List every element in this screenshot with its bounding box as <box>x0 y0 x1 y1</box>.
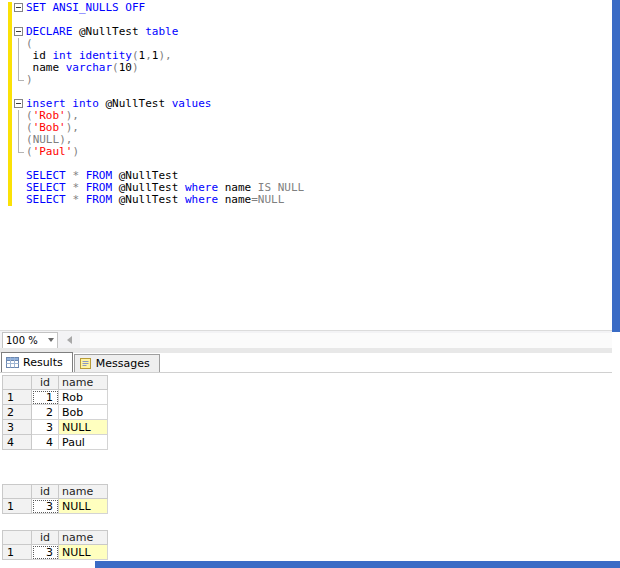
tab-messages[interactable]: Messages <box>74 354 160 372</box>
grid-cell[interactable]: 4 <box>32 435 59 450</box>
results-grid-icon <box>6 356 19 369</box>
row-header[interactable]: 1 <box>3 390 32 405</box>
code-text: ) <box>26 74 33 86</box>
fold-margin <box>13 158 26 170</box>
code-line[interactable]: ('Paul') <box>13 146 304 158</box>
code-token: , <box>145 49 152 62</box>
grid-row: 13NULL <box>3 499 108 514</box>
zoom-selector[interactable]: 100 % <box>2 332 58 349</box>
grid-header-row: idname <box>3 485 108 499</box>
row-header[interactable]: 3 <box>3 420 32 435</box>
tab-results-label: Results <box>23 356 63 369</box>
column-header-name[interactable]: name <box>59 376 108 390</box>
row-header[interactable]: 1 <box>3 545 32 560</box>
code-line[interactable]: ) <box>13 74 304 86</box>
fold-guide <box>13 110 26 122</box>
code-token: ) <box>26 73 33 86</box>
fold-margin <box>13 194 26 206</box>
hscroll-track[interactable] <box>80 333 612 348</box>
grid-cell[interactable]: Bob <box>59 405 108 420</box>
tab-results[interactable]: Results <box>1 352 73 372</box>
grid-cell[interactable]: NULL <box>59 499 108 514</box>
grid-row: 33NULL <box>3 420 108 435</box>
code-token: ( <box>112 61 119 74</box>
fold-toggle-icon[interactable] <box>13 2 26 14</box>
grid-cell[interactable]: Rob <box>59 390 108 405</box>
code-token: ) <box>72 145 79 158</box>
code-text: DECLARE @NullTest table <box>26 26 178 38</box>
code-token: @NullTest <box>112 193 185 206</box>
row-header[interactable]: 1 <box>3 499 32 514</box>
fold-toggle-icon[interactable] <box>13 26 26 38</box>
code-text: ('Paul') <box>26 146 79 158</box>
tab-messages-label: Messages <box>96 357 150 370</box>
messages-note-icon <box>79 357 92 370</box>
ssms-window: SET ANSI_NULLS OFFDECLARE @NullTest tabl… <box>0 0 620 568</box>
grid-row: 13NULL <box>3 545 108 560</box>
grid-cell[interactable]: NULL <box>59 545 108 560</box>
code-token: 10 <box>119 61 132 74</box>
row-header[interactable]: 4 <box>3 435 32 450</box>
fold-margin <box>13 182 26 194</box>
fold-guide <box>13 50 26 62</box>
fold-guide <box>13 146 26 158</box>
query-editor-pane[interactable]: SET ANSI_NULLS OFFDECLARE @NullTest tabl… <box>0 0 612 330</box>
code-line[interactable]: SET ANSI_NULLS OFF <box>13 2 304 14</box>
grids-container: idname11Rob22Bob33NULL44Paulidname13NULL… <box>2 372 108 560</box>
fold-margin <box>13 14 26 26</box>
code-token: * <box>72 193 79 206</box>
editor-status-row: 100 % <box>0 330 612 349</box>
fold-margin <box>13 86 26 98</box>
code-token: ( <box>26 145 33 158</box>
grid-cell[interactable]: NULL <box>59 420 108 435</box>
grid-corner[interactable] <box>3 485 32 499</box>
grid-row: 44Paul <box>3 435 108 450</box>
grid-cell[interactable]: 3 <box>32 545 59 560</box>
column-header-id[interactable]: id <box>32 376 59 390</box>
grid-row: 11Rob <box>3 390 108 405</box>
left-arrow-icon <box>67 336 72 344</box>
code-line[interactable]: SELECT * FROM @NullTest where name=NULL <box>13 194 304 206</box>
fold-guide <box>13 122 26 134</box>
code-token: ) <box>132 61 139 74</box>
column-header-name[interactable]: name <box>59 531 108 545</box>
fold-guide <box>13 62 26 74</box>
code-token: , <box>165 49 172 62</box>
code-token: SELECT <box>26 193 66 206</box>
code-token: where <box>185 193 218 206</box>
grid-corner[interactable] <box>3 531 32 545</box>
row-header[interactable]: 2 <box>3 405 32 420</box>
fold-margin <box>13 170 26 182</box>
column-header-id[interactable]: id <box>32 531 59 545</box>
chevron-down-icon <box>48 338 54 342</box>
results-grid-3: idname13NULL <box>2 530 108 560</box>
code-token <box>79 193 86 206</box>
column-header-id[interactable]: id <box>32 485 59 499</box>
column-header-name[interactable]: name <box>59 485 108 499</box>
code-token: NULL <box>258 193 285 206</box>
code-line[interactable]: name varchar(10) <box>13 62 304 74</box>
fold-guide <box>13 134 26 146</box>
fold-guide <box>13 74 26 86</box>
code-token: values <box>172 97 212 110</box>
code-token: 'Paul' <box>33 145 73 158</box>
grid-corner[interactable] <box>3 376 32 390</box>
grid-cell[interactable]: 3 <box>32 420 59 435</box>
code-token: @NullTest <box>99 97 172 110</box>
code-token: table <box>145 25 178 38</box>
grid-row: 22Bob <box>3 405 108 420</box>
grid-cell[interactable]: 2 <box>32 405 59 420</box>
grid-cell[interactable]: 1 <box>32 390 59 405</box>
grid-cell[interactable]: Paul <box>59 435 108 450</box>
grid-header-row: idname <box>3 531 108 545</box>
fold-toggle-icon[interactable] <box>13 98 26 110</box>
window-bottom-edge <box>95 561 620 568</box>
change-tracking-bar <box>8 2 12 206</box>
hscroll-left-arrow[interactable] <box>61 333 77 348</box>
results-grid-2: idname13NULL <box>2 484 108 514</box>
grid-header-row: idname <box>3 376 108 390</box>
code-line[interactable]: DECLARE @NullTest table <box>13 26 304 38</box>
code-token: @NullTest <box>72 25 145 38</box>
grid-cell[interactable]: 3 <box>32 499 59 514</box>
code-area: SET ANSI_NULLS OFFDECLARE @NullTest tabl… <box>13 2 304 206</box>
